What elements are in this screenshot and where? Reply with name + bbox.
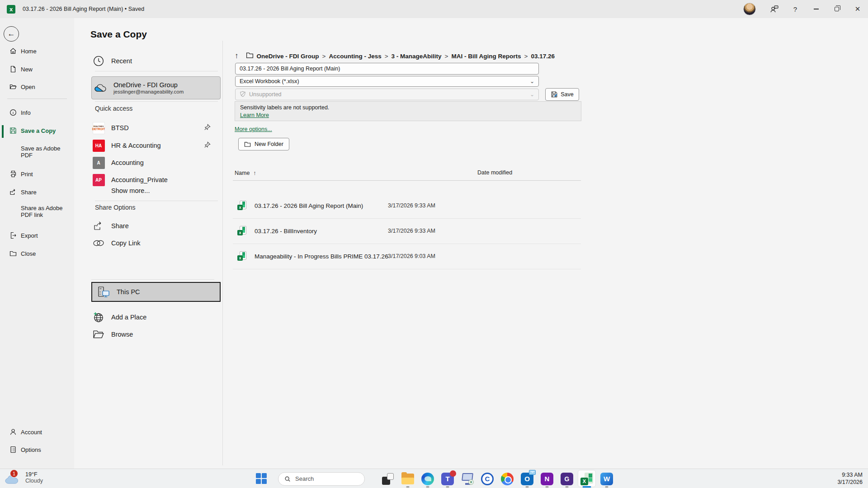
- nav-item-close[interactable]: Close: [0, 247, 74, 260]
- btsd-site-tile: REALTIMES DETROIT: [93, 122, 105, 134]
- onenote-icon: N: [541, 473, 553, 485]
- nav-item-info[interactable]: Info: [0, 106, 74, 119]
- nav-item-export[interactable]: Export: [0, 229, 74, 242]
- nav-item-open[interactable]: Open: [0, 80, 74, 93]
- column-header-name[interactable]: Name↑: [235, 169, 256, 176]
- show-more-link[interactable]: Show more...: [111, 187, 150, 194]
- onenote-button[interactable]: N: [537, 469, 557, 488]
- breadcrumb-segment[interactable]: Accounting - Jess: [329, 53, 381, 60]
- excel-taskbar-icon: X: [580, 473, 593, 485]
- divider: [95, 101, 218, 102]
- excel-app-icon: [7, 5, 15, 14]
- file-row[interactable]: x 03.17.26 - 2026 Bill Aging Report (Mai…: [233, 193, 581, 218]
- onedrive-email: jesslinger@manageability.com: [113, 89, 184, 94]
- breadcrumb-segment[interactable]: 03.17.26: [531, 53, 555, 60]
- file-row[interactable]: x 03.17.26 - BillInventory 3/17/2026 9:3…: [233, 218, 581, 244]
- place-this-pc[interactable]: This PC: [91, 282, 221, 302]
- place-btsd[interactable]: REALTIMES DETROIT BTSD: [90, 120, 217, 136]
- word-button[interactable]: W: [597, 469, 617, 488]
- column-header-date-modified[interactable]: Date modified: [477, 169, 512, 176]
- nav-item-save-as-adobe-pdf[interactable]: Save as Adobe PDF: [0, 145, 68, 159]
- outlook-icon: [521, 473, 533, 485]
- nav-item-home[interactable]: Home: [0, 45, 74, 57]
- place-onedrive[interactable]: OneDrive - FDI Group jesslinger@manageab…: [91, 76, 221, 99]
- file-explorer-button[interactable]: [398, 469, 418, 488]
- pin-icon[interactable]: [204, 124, 211, 132]
- hr-accounting-tile: HA: [93, 140, 105, 152]
- new-folder-button[interactable]: New Folder: [238, 138, 289, 150]
- filename-input[interactable]: [235, 63, 539, 75]
- shield-icon: [240, 91, 249, 99]
- nav-item-new[interactable]: New: [0, 63, 74, 75]
- edge-icon: [421, 473, 434, 485]
- weather-condition: Cloudy: [25, 478, 43, 484]
- chevron-down-icon: ⌄: [530, 78, 534, 84]
- clock-time: 9:33 AM: [837, 471, 863, 479]
- nav-item-save-a-copy[interactable]: Save a Copy: [0, 124, 74, 137]
- purple-g-app-button[interactable]: G: [557, 469, 577, 488]
- remote-desktop-button[interactable]: x: [458, 469, 477, 488]
- feedback-icon[interactable]: [764, 0, 785, 18]
- breadcrumb-segment[interactable]: MAI - Bill Aging Reports: [452, 53, 521, 60]
- remote-desktop-icon: x: [461, 473, 474, 485]
- folder-icon: [246, 52, 257, 61]
- place-recent[interactable]: Recent: [90, 53, 217, 69]
- outlook-button[interactable]: [517, 469, 537, 488]
- learn-more-link[interactable]: Learn More: [240, 112, 269, 118]
- chevron-down-icon: ⌄: [530, 91, 534, 98]
- sensitivity-select: Unsupported ⌄: [235, 89, 539, 100]
- excel-file-icon: x: [237, 251, 247, 261]
- place-accounting[interactable]: A Accounting: [90, 155, 217, 170]
- weather-widget[interactable]: 1 19°F Cloudy: [5, 471, 43, 484]
- sort-ascending-icon: ↑: [253, 169, 256, 176]
- excel-button[interactable]: X: [577, 469, 597, 488]
- accounting-private-tile: AP: [93, 174, 105, 186]
- nav-item-print[interactable]: Print: [0, 168, 74, 180]
- help-button[interactable]: ?: [785, 0, 806, 18]
- printer-icon: [9, 170, 17, 178]
- sensitivity-message-box: Sensitivity labels are not supported. Le…: [235, 101, 581, 121]
- c-logo-app-button[interactable]: C: [477, 469, 497, 488]
- more-options-link[interactable]: More options...: [235, 126, 272, 132]
- breadcrumb-segment[interactable]: OneDrive - FDI Group: [257, 53, 319, 60]
- divider: [95, 201, 218, 201]
- onedrive-name: OneDrive - FDI Group: [113, 81, 184, 89]
- place-copy-link[interactable]: Copy Link: [90, 235, 217, 251]
- place-browse[interactable]: Browse: [90, 327, 217, 342]
- nav-item-share[interactable]: Share: [0, 186, 74, 198]
- browse-folder-icon: [90, 329, 107, 339]
- taskbar-search[interactable]: Search: [278, 472, 365, 486]
- task-view-button[interactable]: [378, 469, 398, 488]
- place-hr-accounting[interactable]: HA HR & Accounting: [90, 138, 217, 153]
- edge-button[interactable]: [418, 469, 438, 488]
- place-share[interactable]: Share: [90, 218, 217, 234]
- filetype-select[interactable]: Excel Workbook (*.xlsx) ⌄: [235, 76, 539, 87]
- chrome-button[interactable]: [497, 469, 517, 488]
- teams-button[interactable]: [438, 469, 458, 488]
- add-place-globe-icon: [90, 311, 107, 323]
- minimize-button[interactable]: [806, 0, 826, 18]
- nav-item-options[interactable]: Options: [0, 443, 74, 456]
- start-button[interactable]: [256, 473, 267, 484]
- row-divider: [233, 269, 581, 269]
- save-button[interactable]: Save: [545, 88, 579, 101]
- place-add-a-place[interactable]: Add a Place: [90, 310, 217, 325]
- place-accounting-private[interactable]: AP Accounting_Private: [90, 172, 217, 188]
- nav-item-share-as-adobe-pdf-link[interactable]: Share as Adobe PDF link: [0, 205, 68, 218]
- chrome-icon: [501, 473, 514, 485]
- pin-icon[interactable]: [204, 141, 211, 150]
- cloud-icon: 1: [5, 471, 22, 484]
- c-logo-icon: C: [481, 473, 494, 485]
- file-date: 3/17/2026 9:33 AM: [388, 202, 435, 209]
- close-button[interactable]: ✕: [847, 0, 868, 18]
- file-row[interactable]: x Manageability - In Progress Bills PRIM…: [233, 244, 581, 269]
- back-button[interactable]: ←: [4, 26, 19, 42]
- breadcrumb-segment[interactable]: 3 - ManageAbility: [392, 53, 442, 60]
- restore-button[interactable]: [826, 0, 847, 18]
- user-avatar[interactable]: [743, 3, 756, 15]
- up-one-level-icon[interactable]: ↑: [235, 52, 239, 61]
- taskbar-clock[interactable]: 9:33 AM 3/17/2026: [837, 471, 863, 486]
- nav-item-account[interactable]: Account: [0, 426, 74, 438]
- selected-indicator: [2, 125, 4, 138]
- link-icon: [90, 239, 107, 248]
